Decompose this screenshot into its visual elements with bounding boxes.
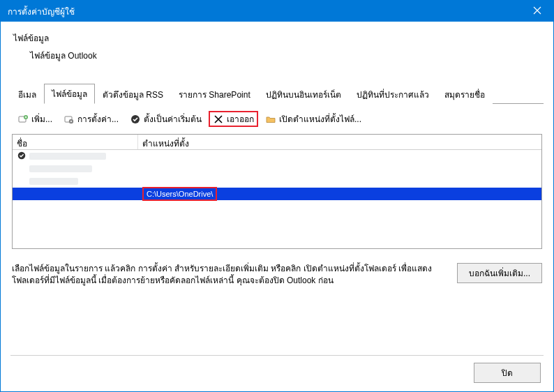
footer: ปิด [10,355,544,383]
column-header-location[interactable]: ตำแหน่งที่ตั้ง [138,135,541,149]
list-header: ชื่อ ตำแหน่งที่ตั้ง [13,135,541,150]
window-title: การตั้งค่าบัญชีผู้ใช้ [8,5,521,18]
close-icon [533,5,541,17]
selected-location-text: C:\Users\OneDrive\ [142,187,217,201]
list-row[interactable] [13,150,541,163]
section-heading: ไฟล์ข้อมูล [13,31,544,45]
tab-datafiles[interactable]: ไฟล์ข้อมูล [44,84,95,104]
list-row[interactable] [13,163,541,175]
tab-rss[interactable]: ตัวดึงข้อมูล RSS [95,84,171,104]
folder-icon [265,114,276,125]
tab-row: อีเมล ไฟล์ข้อมูล ตัวดึงข้อมูล RSS รายการ… [10,83,544,104]
window-close-button[interactable] [521,1,553,22]
tab-sharepoint[interactable]: รายการ SharePoint [171,84,258,104]
add-label: เพิ่ม... [31,112,52,126]
redacted-text [29,153,106,160]
settings-icon [63,114,75,125]
data-file-list: ชื่อ ตำแหน่งที่ตั้ง [12,134,542,249]
tab-internet-calendars[interactable]: ปฏิทินบนอินเทอร์เน็ต [258,84,349,104]
list-body: C:\Users\OneDrive\ [13,150,541,248]
add-icon [17,114,29,125]
tell-me-more-button[interactable]: บอกฉันเพิ่มเติม... [457,263,542,283]
dialog-body: ไฟล์ข้อมูล ไฟล์ข้อมูล Outlook อีเมล ไฟล์… [1,22,553,391]
remove-label: เอาออก [227,112,254,126]
remove-button[interactable]: เอาออก [209,111,258,127]
tab-address-books[interactable]: สมุดรายชื่อ [437,84,493,104]
default-check-icon [17,151,27,163]
info-row: เลือกไฟล์ข้อมูลในรายการ แล้วคลิก การตั้ง… [12,263,542,287]
toolbar: เพิ่ม... การตั้งค่า... ตั้งเป็นค่าเริ่มต… [10,104,544,134]
close-button[interactable]: ปิด [474,363,541,383]
list-row-selected[interactable]: C:\Users\OneDrive\ [13,188,541,200]
dialog-window: การตั้งค่าบัญชีผู้ใช้ ไฟล์ข้อมูล ไฟล์ข้อ… [0,0,554,392]
set-default-label: ตั้งเป็นค่าเริ่มต้น [144,112,202,126]
tab-published-calendars[interactable]: ปฏิทินที่ประกาศแล้ว [349,84,437,104]
open-location-button[interactable]: เปิดตำแหน่งที่ตั้งไฟล์... [261,111,366,127]
add-button[interactable]: เพิ่ม... [13,111,57,127]
redacted-text [29,165,92,172]
titlebar: การตั้งค่าบัญชีผู้ใช้ [1,1,553,22]
redacted-text [29,178,78,185]
set-default-button[interactable]: ตั้งเป็นค่าเริ่มต้น [126,111,206,127]
open-location-label: เปิดตำแหน่งที่ตั้งไฟล์... [279,112,361,126]
info-text: เลือกไฟล์ข้อมูลในรายการ แล้วคลิก การตั้ง… [12,263,447,287]
tab-email[interactable]: อีเมล [10,84,44,104]
settings-button[interactable]: การตั้งค่า... [59,111,123,127]
svg-point-4 [70,121,72,122]
list-row[interactable] [13,175,541,188]
check-circle-icon [130,114,141,125]
section-subheading: ไฟล์ข้อมูล Outlook [30,49,544,62]
settings-label: การตั้งค่า... [77,112,119,126]
remove-icon [213,114,224,125]
column-header-name[interactable]: ชื่อ [13,135,138,149]
